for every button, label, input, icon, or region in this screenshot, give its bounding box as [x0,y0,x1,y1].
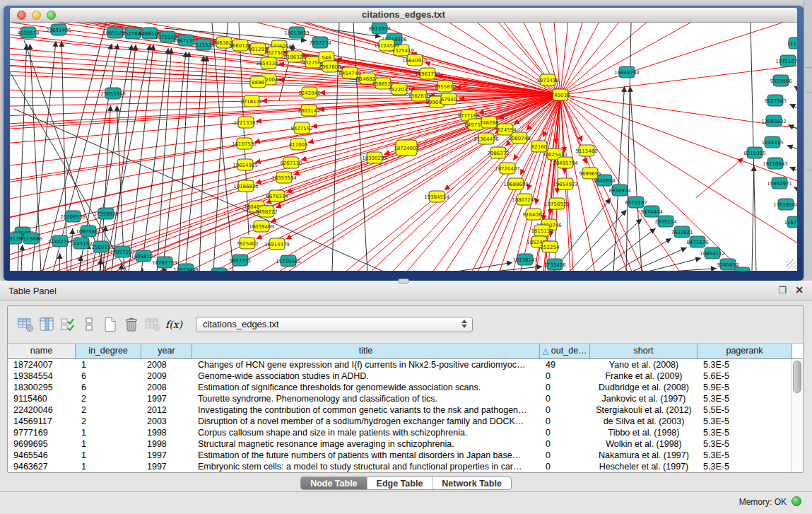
graph-node[interactable]: 8215955 [743,147,765,158]
row-cells-icon[interactable] [78,315,100,334]
column-checklist-icon[interactable] [57,315,78,334]
graph-node[interactable]: 745038 [551,89,570,100]
tab-node-table[interactable]: Node Table [301,477,366,489]
table-scrollbar[interactable] [791,359,803,472]
tab-edge-table[interactable]: Edge Table [367,477,433,489]
graph-node[interactable]: 2967608 [319,61,341,72]
graph-node[interactable]: 9498222 [255,206,277,217]
delete-icon[interactable] [121,315,142,334]
graph-node[interactable]: 17359928 [93,208,119,219]
table-row[interactable]: 977716911998Corpus callosum shape and si… [8,427,803,438]
graph-node[interactable]: 15716485 [276,255,301,267]
graph-node[interactable]: 18353594 [271,172,297,183]
graph-node[interactable]: 19166825 [233,180,259,192]
graph-node[interactable]: 18053839 [284,27,310,38]
graph-node[interactable]: 4035574 [17,27,40,38]
graph-node[interactable]: 19384554 [424,191,449,202]
graph-node[interactable]: 111258 [787,37,797,49]
column-header-pagerank[interactable]: pagerank [698,344,792,358]
graph-node[interactable]: 12213383 [233,117,259,128]
graph-node[interactable]: 417005 [289,139,308,150]
scrollbar-thumb[interactable] [793,361,801,393]
graph-node[interactable]: 16543382 [256,57,281,69]
graph-node[interactable]: 17016504 [773,199,797,210]
column-header-year[interactable]: year [141,344,192,358]
graph-node[interactable]: 9857771 [229,255,251,266]
graph-node[interactable]: 20691406 [46,24,71,35]
graph-node[interactable]: 9699695 [579,168,601,179]
graph-node[interactable]: 67940 [441,93,457,105]
graph-node[interactable] [734,267,750,271]
graph-node[interactable]: 7986372 [487,147,509,158]
graph-node[interactable]: 9227343 [764,95,786,106]
new-document-icon[interactable] [100,315,121,334]
network-window[interactable]: citations_edges.txt 40355742069140610653… [4,6,804,281]
table-source-dropdown[interactable]: citations_edges.txt [196,317,473,332]
graph-node[interactable]: 8813054 [368,23,391,34]
graph-node[interactable]: 10975887 [76,226,101,237]
graph-node[interactable]: 12093832 [761,115,787,127]
graph-node[interactable]: 8471676 [686,236,709,247]
table-settings-icon[interactable] [15,315,36,334]
graph-node[interactable]: 1733426 [543,259,566,270]
graph-node[interactable]: 7625402 [236,238,258,249]
graph-node[interactable]: 62160 [531,141,547,152]
table-row[interactable]: 1872400712008Changes of HCN gene express… [8,359,803,370]
graph-node[interactable]: 8267110 [280,157,302,168]
graph-node[interactable]: 8678334 [266,190,288,201]
graph-node[interactable]: 1080748 [508,132,530,144]
column-header-out_de[interactable]: △out_de… [540,344,590,358]
graph-node[interactable]: 7632621 [671,226,693,238]
function-builder-icon[interactable]: f(x) [163,315,184,334]
graph-node[interactable]: 18720407 [495,163,520,174]
graph-node[interactable]: 15751074 [775,55,797,66]
float-window-icon[interactable]: ❐ [778,285,787,296]
graph-node[interactable]: 1244415 [761,136,783,148]
table-row[interactable]: 1830029562008Estimation of significance … [8,382,803,393]
graph-node[interactable]: 9242848 [298,87,320,98]
window-titlebar[interactable]: citations_edges.txt [10,8,797,23]
graph-node[interactable]: 252254 [541,241,560,252]
graph-node[interactable]: 8427552 [290,122,312,134]
graph-node[interactable]: 7955812 [434,81,456,92]
table-row[interactable]: 969969511998Structural magnetic resonanc… [8,438,803,450]
graph-node[interactable]: 8896 [250,76,266,88]
column-header-in_degree[interactable]: in_degree [76,344,141,358]
graph-node[interactable]: 10688609 [503,178,529,189]
table-row[interactable]: 1938455462009Genome-wide association stu… [8,370,803,382]
citation-network-graph[interactable]: 4035574206914061065328715276026466160107… [10,23,797,271]
tab-network-table[interactable]: Network Table [432,477,511,489]
graph-node[interactable]: 19654985 [233,159,258,170]
table-row[interactable]: 1456911722003Disruption of a novel membe… [8,416,803,427]
graph-node[interactable]: 1167535 [784,216,797,228]
graph-node[interactable]: 9474444 [640,206,663,217]
graph-node[interactable]: 9329966 [770,75,792,86]
graph-node[interactable]: 10654112 [700,247,725,259]
graph-node[interactable]: 9115460 [575,145,597,156]
table-row[interactable]: 946554611997Estimation of the future num… [8,450,803,461]
table-row[interactable]: 946362711997Embryonic stem cells: a mode… [8,461,803,472]
table-row[interactable]: 2242004622012Investigating the contribut… [8,404,803,416]
resize-grip-icon[interactable] [786,259,796,269]
split-handle[interactable] [398,279,409,284]
table-column-icon[interactable] [36,315,57,334]
graph-node[interactable]: 2718176 [240,95,263,107]
graph-node[interactable]: 2803144 [298,105,320,116]
graph-node[interactable]: 21364436 [473,133,499,144]
graph-node[interactable]: 1522037 [388,83,410,95]
graph-node[interactable]: 9184067 [522,209,544,220]
graph-node[interactable]: 15992971 [767,177,792,189]
graph-node[interactable]: 19654923 [553,178,578,189]
graph-node[interactable]: 6479197 [625,197,647,208]
graph-node[interactable] [211,268,227,271]
graph-node[interactable]: 18724007 [394,140,419,156]
network-canvas[interactable]: 4035574206914061065328715276026466160107… [10,23,797,271]
graph-node[interactable]: 19756928 [544,198,570,209]
close-panel-icon[interactable]: ✕ [795,284,804,296]
graph-node[interactable]: 16914479 [264,238,290,250]
graph-node[interactable]: 18136141 [512,254,538,265]
table-row[interactable]: 911546021997Tourette syndrome. Phenomeno… [8,393,803,404]
graph-node[interactable]: 1973498 [536,74,558,86]
graph-node[interactable]: 7857234 [309,37,331,48]
graph-node[interactable]: 16210643 [763,158,788,169]
